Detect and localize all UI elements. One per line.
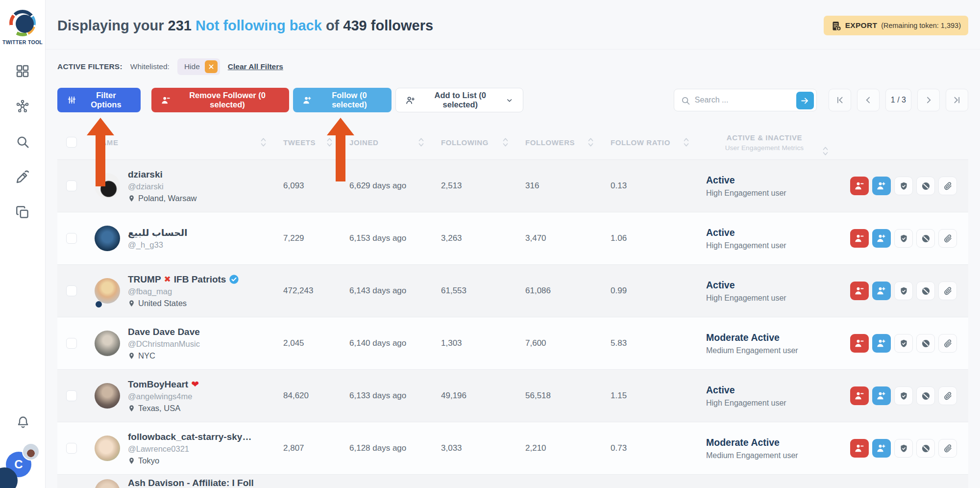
tweets-value: 2,045 — [275, 338, 342, 348]
remove-follower-button[interactable] — [850, 229, 869, 248]
column-header-joined: JOINED — [349, 138, 378, 147]
table-row: Dave Dave Dave @DChristmanMusic NYC 2,04… — [57, 317, 968, 369]
whitelist-button[interactable] — [894, 282, 913, 300]
clear-all-filters-link[interactable]: Clear All Filters — [228, 62, 283, 71]
copy-link-button[interactable] — [938, 439, 957, 458]
count-not-following: 231 — [168, 18, 192, 33]
joined-value: 6,153 days ago — [342, 233, 433, 243]
following-value: 2,513 — [433, 181, 517, 191]
row-checkbox[interactable] — [66, 180, 77, 191]
sort-active-icon[interactable] — [822, 145, 829, 157]
whitelist-button[interactable] — [894, 177, 913, 195]
column-header-follow-ratio: FOLLOW RATIO — [611, 138, 670, 147]
sidebar-item-search-icon[interactable] — [15, 134, 30, 149]
prev-page-button[interactable] — [857, 89, 880, 111]
filter-options-button[interactable]: Filter Options — [57, 88, 141, 112]
follow-ratio-value: 0.99 — [603, 286, 698, 296]
page-indicator: 1 / 3 — [885, 89, 911, 111]
copy-link-button[interactable] — [938, 334, 957, 353]
next-page-button[interactable] — [917, 89, 940, 111]
sort-name-icon[interactable] — [260, 136, 267, 148]
column-header-engagement-sub: User Engagement Metrics — [703, 144, 826, 152]
row-checkbox[interactable] — [66, 233, 77, 244]
block-button[interactable] — [916, 229, 935, 248]
row-checkbox[interactable] — [66, 285, 77, 296]
select-all-checkbox[interactable] — [66, 137, 77, 148]
first-page-button[interactable] — [829, 89, 851, 111]
person-plus-icon — [877, 286, 886, 296]
copy-link-button[interactable] — [938, 386, 957, 405]
block-button[interactable] — [916, 282, 935, 300]
add-to-list-dropdown[interactable]: Add to List (0 selected) — [395, 88, 523, 112]
follow-bulk-button[interactable]: Follow (0 selected) — [293, 88, 392, 112]
user-name: Ash Davison - Affiliate: I Foll — [128, 478, 254, 488]
copy-link-button[interactable] — [938, 282, 957, 300]
remove-follower-button[interactable] — [850, 177, 869, 195]
follow-button[interactable] — [872, 334, 891, 353]
sort-following-icon[interactable] — [502, 136, 509, 148]
followers-value: 7,600 — [517, 338, 603, 348]
copy-link-button[interactable] — [938, 177, 957, 195]
block-button[interactable] — [916, 177, 935, 195]
follow-button[interactable] — [872, 439, 891, 458]
following-value: 1,303 — [433, 338, 517, 348]
last-page-button[interactable] — [946, 89, 968, 111]
sidebar-item-duplicate-icon[interactable] — [15, 205, 30, 220]
follow-button[interactable] — [872, 386, 891, 405]
sliders-icon — [67, 95, 76, 105]
search-submit-button[interactable] — [796, 92, 814, 109]
remove-follower-button[interactable] — [850, 386, 869, 405]
followers-value: 316 — [517, 181, 603, 191]
whitelist-button[interactable] — [894, 334, 913, 353]
row-checkbox[interactable] — [66, 443, 77, 454]
user-name: Dave Dave Dave — [128, 327, 200, 337]
export-button[interactable]: EXPORT (Remaining token: 1,393) — [824, 16, 968, 35]
table-row: dziarski @dziarski Poland, Warsaw 6,093 … — [57, 159, 968, 212]
search-input[interactable] — [674, 89, 816, 111]
remove-follower-bulk-button[interactable]: Remove Follower (0 selected) — [151, 88, 289, 112]
sort-ratio-icon[interactable] — [683, 136, 689, 148]
block-button[interactable] — [916, 439, 935, 458]
sort-joined-icon[interactable] — [418, 136, 424, 148]
column-header-tweets: TWEETS — [283, 138, 316, 147]
tweets-value: 472,243 — [275, 286, 342, 296]
follow-ratio-value: 0.13 — [603, 181, 698, 191]
person-plus-icon — [877, 338, 886, 348]
sidebar-item-dashboard-icon[interactable] — [15, 64, 30, 78]
follow-button[interactable] — [872, 282, 891, 300]
whitelist-button[interactable] — [894, 386, 913, 405]
table-row: TRUMP✖IFB Patriots @fbag_mag United Stat… — [57, 264, 968, 317]
remove-follower-button[interactable] — [850, 282, 869, 300]
sort-tweets-icon[interactable] — [326, 136, 333, 148]
follow-button[interactable] — [872, 229, 891, 248]
sort-followers-icon[interactable] — [588, 136, 594, 148]
count-total-followers: 439 followers — [343, 18, 433, 33]
whitelist-button[interactable] — [894, 439, 913, 458]
joined-value: 6,140 days ago — [342, 338, 433, 348]
sidebar-item-compose-icon[interactable] — [15, 170, 30, 184]
remove-follower-button[interactable] — [850, 334, 869, 353]
table-row: الحساب للبيع @_h_g33 7,229 6,153 days ag… — [57, 212, 968, 264]
remove-filter-button[interactable] — [205, 60, 218, 73]
not-following-back-link[interactable]: Not following back — [196, 18, 322, 33]
person-minus-icon — [855, 286, 864, 296]
block-button[interactable] — [916, 386, 935, 405]
tweets-value: 7,229 — [275, 233, 342, 243]
avatar — [22, 443, 40, 461]
bell-icon[interactable] — [16, 415, 30, 429]
whitelist-button[interactable] — [894, 229, 913, 248]
row-checkbox[interactable] — [66, 390, 77, 401]
location-pin-icon — [128, 405, 135, 412]
followers-value: 2,210 — [517, 443, 603, 453]
copy-link-button[interactable] — [938, 229, 957, 248]
block-button[interactable] — [916, 334, 935, 353]
filter-chip-whitelisted: Hide — [177, 58, 220, 75]
sidebar-item-network-icon[interactable] — [15, 99, 30, 114]
column-header-followers: FOLLOWERS — [525, 138, 575, 147]
search-box — [674, 89, 817, 111]
follow-button[interactable] — [872, 177, 891, 195]
remove-follower-button[interactable] — [850, 439, 869, 458]
link-icon — [943, 181, 953, 191]
row-checkbox[interactable] — [66, 338, 77, 349]
status-badge: Moderate Active — [706, 332, 845, 343]
